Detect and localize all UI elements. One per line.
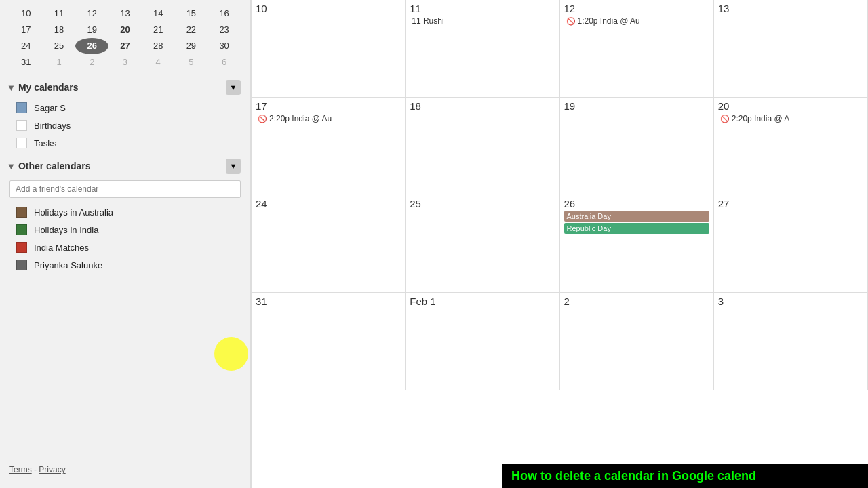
republic-day-event[interactable]: Republic Day [564, 223, 709, 234]
mini-cal-day[interactable]: 11 [43, 5, 76, 22]
mini-cal-day[interactable]: 23 [208, 22, 241, 38]
mini-cal-day[interactable]: 31 [9, 54, 43, 70]
calendar-cell[interactable]: 26Australia DayRepublic Day [560, 195, 714, 293]
calendar-event[interactable]: 11 Rushi [410, 16, 555, 26]
mini-cal-day[interactable]: 18 [43, 22, 76, 38]
calendar-event[interactable]: 🚫1:20p India @ Au [564, 16, 709, 26]
calendar-item-label: Sagar S [34, 103, 66, 113]
main-calendar: 101111 Rushi12🚫1:20p India @ Au1317🚫2:20… [251, 0, 868, 488]
cell-date-number: 26 [564, 198, 709, 209]
calendar-color-swatch [16, 224, 27, 235]
mini-cal-day[interactable]: 17 [9, 22, 43, 38]
banner-text: How to delete a calendar in Google calen… [511, 469, 756, 483]
calendar-event[interactable]: 🚫2:20p India @ A [718, 113, 863, 124]
calendar-cell[interactable]: 17🚫2:20p India @ Au [252, 98, 406, 195]
calendar-item-label: India Matches [34, 243, 89, 253]
calendar-cell[interactable]: 19 [560, 98, 714, 195]
calendar-item-label: Holidays in India [34, 225, 98, 235]
mini-cal-day[interactable]: 1 [43, 54, 76, 70]
mini-cal-day[interactable]: 4 [142, 54, 175, 70]
mini-cal-day[interactable]: 29 [175, 38, 208, 54]
calendar-cell[interactable]: 12🚫1:20p India @ Au [560, 0, 714, 98]
calendar-event[interactable]: 🚫2:20p India @ Au [256, 113, 401, 124]
calendar-cell[interactable]: 10 [252, 0, 406, 98]
mini-cal-day[interactable]: 20 [108, 22, 142, 38]
mini-cal-day[interactable]: 10 [9, 5, 43, 22]
australia-day-event[interactable]: Australia Day [564, 211, 709, 222]
sidebar: 1011121314151617181920212223242526272829… [0, 0, 251, 488]
cell-date-number: 2 [564, 296, 709, 307]
cell-date-number: 13 [718, 3, 863, 14]
calendar-cell[interactable]: 31 [252, 293, 406, 390]
mini-cal-day[interactable]: 26 [75, 38, 108, 54]
mini-cal-day[interactable]: 15 [175, 5, 208, 22]
calendar-color-swatch [16, 138, 27, 148]
mini-cal-day[interactable]: 25 [43, 38, 76, 54]
mini-cal-day[interactable]: 3 [108, 54, 142, 70]
calendar-cell[interactable]: 27 [714, 195, 868, 293]
mini-cal-day[interactable]: 22 [175, 22, 208, 38]
mini-cal-day[interactable]: 2 [75, 54, 108, 70]
other-calendar-item[interactable]: Holidays in Australia [0, 203, 250, 221]
calendar-color-swatch [16, 102, 27, 113]
calendar-color-swatch [16, 260, 27, 270]
cell-date-number: 12 [564, 3, 709, 14]
cell-date-number: Feb 1 [410, 296, 555, 307]
calendar-grid: 101111 Rushi12🚫1:20p India @ Au1317🚫2:20… [251, 0, 868, 488]
calendar-color-swatch [16, 242, 27, 253]
footer-dash: - [32, 465, 39, 474]
other-calendars-arrow: ▼ [7, 161, 16, 171]
mini-cal-day[interactable]: 27 [108, 38, 142, 54]
other-calendars-list: Holidays in AustraliaHolidays in IndiaIn… [0, 203, 250, 274]
cancelled-icon: 🚫 [720, 115, 730, 123]
bottom-banner: How to delete a calendar in Google calen… [502, 464, 868, 488]
event-text: 1:20p India @ Au [578, 16, 640, 26]
mini-cal-day[interactable]: 19 [75, 22, 108, 38]
calendar-cell[interactable]: 1111 Rushi [406, 0, 559, 98]
mini-cal-day[interactable]: 24 [9, 38, 43, 54]
calendar-cell[interactable]: 3 [714, 293, 868, 390]
calendar-item-label: Holidays in Australia [34, 207, 113, 218]
calendar-color-swatch [16, 120, 27, 131]
my-calendar-item[interactable]: Tasks [0, 134, 250, 152]
cell-date-number: 10 [256, 3, 401, 14]
other-calendar-item[interactable]: Holidays in India [0, 221, 250, 239]
mini-cal-day[interactable]: 5 [175, 54, 208, 70]
my-calendar-item[interactable]: Sagar S [0, 99, 250, 117]
mini-cal-day[interactable]: 13 [108, 5, 142, 22]
add-friend-input[interactable] [9, 180, 241, 198]
event-text: 11 Rushi [412, 16, 443, 26]
mini-cal-day[interactable]: 21 [142, 22, 175, 38]
mini-cal-day[interactable]: 6 [208, 54, 241, 70]
cancelled-icon: 🚫 [258, 115, 267, 123]
mini-cal-day[interactable]: 28 [142, 38, 175, 54]
my-calendars-section-header[interactable]: ▼ My calendars ▼ [0, 73, 250, 99]
cell-date-number: 25 [410, 198, 555, 209]
terms-link[interactable]: Terms [9, 465, 32, 474]
mini-cal-day[interactable]: 30 [208, 38, 241, 54]
calendar-cell[interactable]: 25 [406, 195, 559, 293]
calendar-cell[interactable]: 18 [406, 98, 559, 195]
other-calendars-section-header[interactable]: ▼ Other calendars ▼ [0, 152, 250, 178]
other-calendars-dropdown-btn[interactable]: ▼ [226, 159, 241, 174]
my-calendars-label: My calendars [18, 82, 79, 93]
cell-date-number: 17 [256, 100, 401, 112]
calendar-cell[interactable]: Feb 1 [406, 293, 559, 390]
calendar-cell[interactable]: 20🚫2:20p India @ A [714, 98, 868, 195]
mini-cal-day[interactable]: 12 [75, 5, 108, 22]
calendar-cell[interactable]: 2 [560, 293, 714, 390]
cell-date-number: 20 [718, 100, 863, 112]
my-calendars-arrow: ▼ [7, 83, 16, 93]
mini-cal-day[interactable]: 16 [208, 5, 241, 22]
calendar-cell[interactable]: 24 [252, 195, 406, 293]
other-calendar-item[interactable]: India Matches [0, 239, 250, 256]
mini-cal-day[interactable]: 14 [142, 5, 175, 22]
privacy-link[interactable]: Privacy [39, 465, 65, 474]
other-calendar-item[interactable]: Priyanka Salunke [0, 256, 250, 274]
calendar-item-label: Priyanka Salunke [34, 260, 102, 270]
calendar-color-swatch [16, 207, 27, 218]
my-calendar-item[interactable]: Birthdays [0, 117, 250, 134]
event-text: 2:20p India @ Au [269, 114, 332, 123]
my-calendars-dropdown-btn[interactable]: ▼ [226, 80, 241, 95]
calendar-cell[interactable]: 13 [714, 0, 868, 98]
